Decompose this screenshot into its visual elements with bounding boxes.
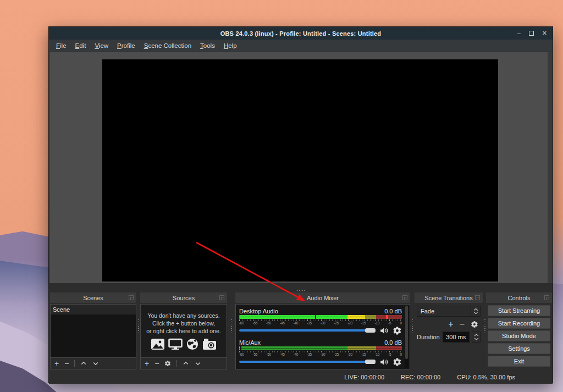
- channel-level-db: 0.0 dB: [384, 339, 402, 346]
- volume-meter: [239, 346, 402, 350]
- dock-float-icon[interactable]: [544, 295, 549, 300]
- dock-float-icon[interactable]: [219, 295, 224, 300]
- mute-speaker-icon[interactable]: [379, 326, 389, 335]
- meter-scale-tick-label: -35: [307, 352, 312, 357]
- add-scene-icon[interactable]: +: [54, 360, 59, 367]
- scenes-list[interactable]: Scene: [50, 304, 136, 357]
- preview-canvas[interactable]: [102, 59, 498, 281]
- dock-splitter-handle[interactable]: [231, 319, 232, 334]
- start-recording-button[interactable]: Start Recording: [488, 318, 550, 329]
- scene-transitions-panel-header[interactable]: Scene Transitions: [415, 292, 483, 303]
- dock-splitter-handle-horizontal[interactable]: [297, 290, 305, 291]
- volume-meter: [239, 315, 402, 319]
- transition-buttons-row: + −: [417, 319, 481, 329]
- meter-scale-tick-label: -5: [388, 352, 391, 357]
- move-source-up-icon[interactable]: [183, 360, 189, 367]
- mixer-channel-mic-aux: Mic/Aux 0.0 dB -60-55-50-45-40-35-30-25-…: [239, 339, 402, 366]
- dock-float-icon[interactable]: [475, 295, 480, 300]
- sources-empty-text-line1: You don't have any sources.: [147, 312, 219, 319]
- menu-file[interactable]: File: [52, 40, 71, 52]
- add-transition-icon[interactable]: +: [448, 320, 453, 329]
- channel-name: Desktop Audio: [239, 308, 278, 314]
- source-properties-gear-icon[interactable]: [164, 360, 171, 367]
- meter-scale-labels: -60-55-50-45-40-35-30-25-20-15-10-50: [239, 352, 402, 357]
- meter-scale-tick-label: -50: [266, 321, 271, 325]
- minimize-icon[interactable]: –: [517, 30, 521, 36]
- remove-transition-icon[interactable]: −: [460, 320, 465, 329]
- sources-toolbar: + −: [140, 357, 227, 369]
- duration-input[interactable]: 300 ms: [443, 332, 470, 343]
- move-scene-up-icon[interactable]: [80, 360, 87, 367]
- close-icon[interactable]: ✕: [542, 30, 547, 36]
- audio-mixer-panel-title: Audio Mixer: [307, 295, 339, 301]
- sources-panel: Sources You don't have any sources. Clic…: [140, 292, 227, 369]
- maximize-icon[interactable]: [529, 31, 534, 36]
- mixer-scrollbar[interactable]: [405, 306, 409, 368]
- menu-help[interactable]: Help: [219, 40, 241, 52]
- settings-button[interactable]: Settings: [488, 343, 550, 354]
- scene-list-item[interactable]: Scene: [51, 305, 136, 314]
- volume-slider-track: [239, 329, 376, 332]
- meter-scale-tick-label: -60: [239, 321, 244, 325]
- menu-edit[interactable]: Edit: [71, 40, 91, 52]
- meter-scale-tick-label: -30: [321, 352, 325, 357]
- move-scene-down-icon[interactable]: [92, 360, 99, 367]
- mixer-scrollbar-thumb[interactable]: [405, 306, 408, 359]
- scene-transitions-panel: Scene Transitions Fade + − Durati: [415, 292, 483, 369]
- volume-slider-handle[interactable]: [365, 360, 376, 364]
- sources-empty-area[interactable]: You don't have any sources. Click the + …: [140, 304, 227, 357]
- remove-scene-icon[interactable]: −: [64, 360, 69, 367]
- audio-mixer-panel-header[interactable]: Audio Mixer: [235, 292, 410, 303]
- source-type-icons: [151, 338, 217, 350]
- dock-splitter-handle[interactable]: [484, 319, 485, 334]
- scenes-panel: Scenes Scene + −: [50, 292, 136, 369]
- status-bar: LIVE: 00:00:00 REC: 00:00:00 CPU: 0.5%, …: [49, 370, 553, 384]
- meter-scale-tick-label: -5: [388, 321, 391, 325]
- start-streaming-button[interactable]: Start Streaming: [488, 305, 550, 316]
- scenes-panel-header[interactable]: Scenes: [50, 292, 136, 303]
- volume-slider-handle[interactable]: [365, 328, 376, 333]
- scenes-panel-title: Scenes: [83, 295, 103, 301]
- camera-source-icon: [202, 338, 217, 350]
- duration-stepper[interactable]: [472, 332, 481, 343]
- dock-splitter-handle[interactable]: [138, 319, 139, 334]
- dock-float-icon[interactable]: [402, 295, 407, 300]
- window-title: OBS 24.0.3 (linux) - Profile: Untitled -…: [49, 30, 553, 37]
- sources-panel-header[interactable]: Sources: [140, 292, 227, 303]
- sources-empty-text-line3: or right click here to add one.: [146, 327, 220, 335]
- transition-select-spinner[interactable]: [471, 306, 480, 316]
- menu-tools[interactable]: Tools: [196, 40, 219, 52]
- meter-scale-tick-label: -15: [361, 321, 366, 325]
- meter-scale-tick-label: -35: [307, 321, 312, 325]
- meter-scale-tick-label: 0: [400, 321, 402, 325]
- mute-speaker-icon[interactable]: [379, 357, 389, 367]
- titlebar[interactable]: OBS 24.0.3 (linux) - Profile: Untitled -…: [49, 27, 553, 40]
- remove-source-icon[interactable]: −: [154, 360, 159, 367]
- toolbar-separator: [74, 360, 75, 367]
- duration-row: Duration 300 ms: [417, 332, 481, 343]
- volume-slider[interactable]: [239, 357, 376, 366]
- menu-view[interactable]: View: [90, 40, 113, 52]
- controls-panel-header[interactable]: Controls: [486, 292, 552, 303]
- exit-button[interactable]: Exit: [488, 356, 550, 367]
- meter-scale-tick-label: -20: [347, 321, 352, 325]
- menu-scene-collection[interactable]: Scene Collection: [140, 40, 196, 52]
- channel-level-db: 0.0 dB: [384, 308, 402, 314]
- menu-profile[interactable]: Profile: [113, 40, 140, 52]
- transition-select[interactable]: Fade: [417, 306, 481, 317]
- volume-slider-track: [239, 361, 376, 363]
- add-source-icon[interactable]: +: [145, 360, 149, 367]
- mixer-channel-desktop-audio: Desktop Audio 0.0 dB -60-55-50-45-40-35-…: [239, 307, 402, 335]
- browser-source-icon: [186, 338, 199, 350]
- volume-slider[interactable]: [239, 326, 376, 335]
- dock-float-icon[interactable]: [129, 295, 134, 300]
- move-source-down-icon[interactable]: [195, 360, 201, 367]
- meter-scale-tick-label: -55: [253, 321, 258, 325]
- dock-splitter-handle[interactable]: [412, 319, 413, 334]
- transition-properties-gear-icon[interactable]: [471, 321, 478, 328]
- channel-settings-gear-icon[interactable]: [393, 326, 402, 335]
- window-controls: – ✕: [517, 27, 547, 40]
- meter-scale-tick-label: -25: [334, 321, 339, 325]
- studio-mode-button[interactable]: Studio Mode: [488, 330, 550, 341]
- channel-settings-gear-icon[interactable]: [393, 357, 402, 367]
